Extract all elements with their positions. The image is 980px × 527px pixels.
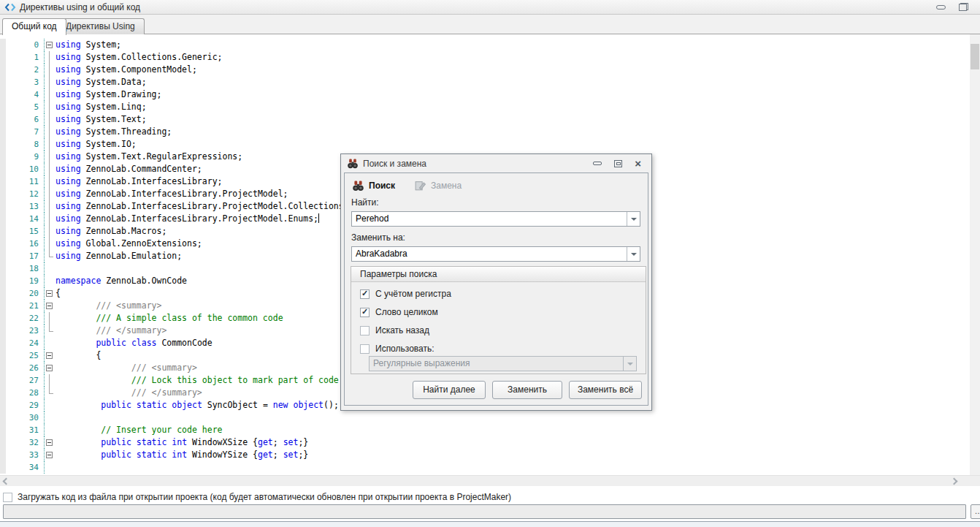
minimize-icon[interactable] [936, 5, 946, 10]
code-brackets-icon [4, 1, 16, 13]
line-number: 22 [6, 312, 44, 325]
tab-bar: Общий код Директивы Using [0, 15, 980, 34]
find-dropdown-button[interactable] [627, 212, 640, 226]
code-text: using System.IO; [55, 138, 980, 151]
option-whole-word[interactable]: Слово целиком [360, 306, 438, 318]
replace-combobox[interactable]: AbraKadabra [351, 246, 640, 262]
code-line: 3using System.Data; [0, 76, 980, 88]
whole-word-checkbox[interactable] [360, 308, 370, 317]
dialog-panel: Поиск Замена Найти: Perehod Заменить на:… [344, 172, 648, 406]
replace-icon [414, 180, 426, 192]
option-use[interactable]: Использовать: [360, 343, 435, 355]
fold-marker[interactable] [44, 76, 55, 88]
dialog-maximize-icon[interactable] [614, 160, 622, 167]
find-combobox[interactable]: Perehod [351, 211, 640, 227]
match-case-checkbox[interactable] [360, 289, 370, 299]
regex-combobox: Регулярные выражения [369, 356, 637, 371]
replace-label: Заменить на: [351, 232, 405, 243]
replace-mode-label: Замена [431, 181, 462, 191]
titlebar[interactable]: Директивы using и общий код [0, 0, 980, 15]
icon-margin [0, 200, 6, 213]
vertical-scrollbar-thumb[interactable] [971, 44, 979, 69]
fold-marker[interactable] [44, 163, 55, 175]
scroll-left-icon[interactable] [3, 478, 10, 485]
fold-marker[interactable] [44, 250, 55, 262]
dialog-close-icon[interactable]: × [635, 160, 641, 167]
fold-marker[interactable] [44, 113, 55, 126]
replace-dropdown-button[interactable] [627, 247, 640, 261]
fold-marker[interactable] [44, 374, 55, 387]
tab-using-directives[interactable]: Директивы Using [56, 18, 145, 34]
fold-marker[interactable] [44, 312, 55, 325]
code-line: 30 [0, 412, 980, 424]
replace-button[interactable]: Заменить [492, 381, 562, 399]
fold-marker[interactable] [44, 238, 55, 250]
scroll-right-icon[interactable] [951, 478, 958, 485]
fold-marker[interactable] [44, 461, 55, 474]
icon-margin [0, 213, 6, 225]
icon-margin [0, 126, 6, 138]
fold-marker[interactable] [44, 325, 55, 337]
fold-marker[interactable] [44, 275, 55, 287]
fold-marker[interactable] [44, 436, 55, 449]
fold-marker[interactable] [44, 138, 55, 151]
vertical-scrollbar[interactable] [970, 34, 980, 475]
dialog-titlebar[interactable]: Поиск и замена × [341, 154, 651, 172]
line-number: 17 [6, 250, 44, 262]
binoculars-icon [352, 180, 364, 192]
load-from-file-label: Загружать код из файла при открытии прое… [18, 492, 511, 502]
icon-margin [0, 88, 6, 101]
restore-icon[interactable] [959, 3, 968, 11]
fold-marker[interactable] [44, 88, 55, 101]
fold-marker[interactable] [44, 412, 55, 424]
fold-marker[interactable] [44, 200, 55, 213]
code-line: 32 public static int WindowXSize {get; s… [0, 436, 980, 449]
fold-marker[interactable] [44, 39, 55, 51]
horizontal-scrollbar[interactable] [0, 475, 980, 486]
fold-marker[interactable] [44, 362, 55, 374]
use-checkbox[interactable] [360, 344, 370, 354]
fold-marker[interactable] [44, 225, 55, 238]
fold-marker[interactable] [44, 424, 55, 436]
icon-margin [0, 76, 6, 88]
search-backwards-checkbox[interactable] [360, 326, 370, 335]
fold-marker[interactable] [44, 175, 55, 188]
icon-margin [0, 362, 6, 374]
fold-marker[interactable] [44, 262, 55, 275]
line-number: 10 [6, 163, 44, 175]
replace-all-button[interactable]: Заменить всё [569, 381, 642, 399]
code-line: 4using System.Drawing; [0, 88, 980, 101]
fold-marker[interactable] [44, 126, 55, 138]
fold-marker[interactable] [44, 188, 55, 200]
fold-marker[interactable] [44, 213, 55, 225]
option-match-case[interactable]: С учётом регистра [360, 288, 451, 300]
fold-marker[interactable] [44, 101, 55, 113]
fold-marker[interactable] [44, 387, 55, 399]
fold-marker[interactable] [44, 337, 55, 349]
fold-marker[interactable] [44, 300, 55, 312]
icon-margin [0, 250, 6, 262]
fold-marker[interactable] [44, 349, 55, 362]
load-from-file-checkbox[interactable] [3, 493, 12, 502]
find-next-button[interactable]: Найти далее [413, 381, 486, 399]
replace-mode-button: Замена [414, 180, 462, 192]
line-number: 1 [6, 51, 44, 64]
fold-marker[interactable] [44, 287, 55, 300]
fold-marker[interactable] [44, 51, 55, 64]
fold-marker[interactable] [44, 151, 55, 163]
chevron-down-icon [627, 363, 633, 365]
search-mode-label: Поиск [369, 181, 395, 191]
option-search-backwards[interactable]: Искать назад [360, 325, 429, 336]
fold-marker[interactable] [44, 399, 55, 412]
line-number: 19 [6, 275, 44, 287]
dialog-minimize-icon[interactable] [593, 162, 602, 165]
line-number: 15 [6, 225, 44, 238]
icon-margin [0, 349, 6, 362]
tab-common-code[interactable]: Общий код [2, 18, 66, 35]
icon-margin [0, 188, 6, 200]
search-mode-button[interactable]: Поиск [352, 180, 395, 192]
browse-button[interactable]: … [971, 504, 980, 519]
search-options-title: Параметры поиска [351, 267, 646, 282]
fold-marker[interactable] [44, 64, 55, 76]
fold-marker[interactable] [44, 449, 55, 461]
